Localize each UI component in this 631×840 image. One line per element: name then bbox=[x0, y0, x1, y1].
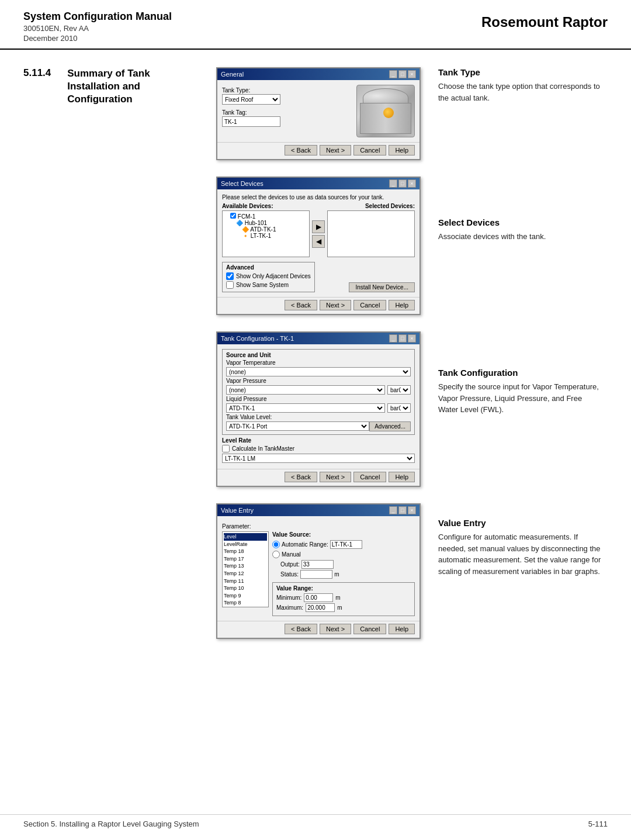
titlebar-controls-4: _ □ × bbox=[389, 506, 416, 514]
advanced-section: Advanced Show Only Adjacent Devices Show… bbox=[222, 262, 315, 292]
select-devices-footer: < Back Next > Cancel Help bbox=[217, 297, 419, 314]
parameter-list[interactable]: Level LevelRate Temp 18 Temp 17 Temp 13 … bbox=[222, 531, 269, 607]
tank-type-select[interactable]: Fixed Roof bbox=[222, 94, 280, 105]
advanced-config-btn[interactable]: Advanced... bbox=[369, 421, 411, 431]
value-range-title: Value Range: bbox=[276, 585, 411, 592]
minimize-btn-4[interactable]: _ bbox=[389, 506, 397, 514]
install-new-btn[interactable]: Install New Device... bbox=[349, 282, 415, 292]
value-cancel-btn[interactable]: Cancel bbox=[353, 624, 386, 634]
vapor-pressure-select[interactable]: (none) bbox=[226, 385, 385, 395]
tree-item-atd[interactable]: 🔶 ATD-TK-1 bbox=[224, 226, 307, 233]
param-temp10[interactable]: Temp 10 bbox=[224, 585, 267, 592]
value-entry-desc-text: Configure for automatic measurements. If… bbox=[438, 531, 602, 577]
status-input[interactable] bbox=[300, 570, 332, 579]
maximum-row: Maximum: m bbox=[276, 603, 411, 612]
config-help-btn[interactable]: Help bbox=[389, 472, 415, 482]
maximum-input[interactable] bbox=[306, 603, 335, 612]
level-rate-select[interactable]: LT-TK-1 LM bbox=[222, 454, 415, 463]
liquid-pressure-label: Liquid Pressure bbox=[226, 396, 411, 402]
move-right-btn[interactable]: ▶ bbox=[312, 220, 325, 233]
tank-tag-input[interactable] bbox=[222, 116, 280, 127]
general-next-btn[interactable]: Next > bbox=[320, 145, 351, 155]
range-input[interactable] bbox=[330, 540, 362, 549]
range-label: Range: bbox=[309, 541, 328, 548]
devices-next-btn[interactable]: Next > bbox=[320, 300, 351, 310]
tank-config-footer: < Back Next > Cancel Help bbox=[217, 469, 419, 486]
calculate-checkbox[interactable] bbox=[222, 445, 230, 452]
devices-cancel-btn[interactable]: Cancel bbox=[353, 300, 386, 310]
show-same-checkbox[interactable] bbox=[226, 281, 234, 289]
minimize-btn-2[interactable]: _ bbox=[389, 179, 397, 188]
vapor-pressure-unit-select[interactable]: bar0 bbox=[387, 385, 411, 395]
show-adjacent-row: Show Only Adjacent Devices bbox=[226, 272, 311, 280]
value-next-btn[interactable]: Next > bbox=[320, 624, 351, 634]
tank-config-titlebar: Tank Configuration - TK-1 _ □ × bbox=[217, 333, 419, 344]
parameter-label: Parameter: bbox=[222, 523, 415, 530]
maximize-btn-4[interactable]: □ bbox=[398, 506, 407, 514]
value-source-col: Value Source: Automatic Range: Manual bbox=[272, 531, 415, 616]
param-temp18[interactable]: Temp 18 bbox=[224, 548, 267, 555]
minimum-input[interactable] bbox=[304, 593, 333, 602]
param-level[interactable]: Level bbox=[224, 533, 267, 541]
value-back-btn[interactable]: < Back bbox=[285, 624, 317, 634]
config-next-btn[interactable]: Next > bbox=[320, 472, 351, 482]
select-devices-desc-text: Associate devices with the tank. bbox=[438, 231, 602, 243]
minimize-btn[interactable]: _ bbox=[389, 70, 397, 78]
close-btn-4[interactable]: × bbox=[408, 506, 416, 514]
tree-item-fcm[interactable]: FCM-1 bbox=[224, 213, 307, 220]
general-body: Tank Type: Fixed Roof Tank Tag: bbox=[217, 80, 419, 142]
general-back-btn[interactable]: < Back bbox=[285, 145, 317, 155]
maximum-label: Maximum: bbox=[276, 604, 303, 611]
minimize-btn-3[interactable]: _ bbox=[389, 334, 397, 343]
tree-item-hub[interactable]: 🔷 Hub-101 bbox=[224, 220, 307, 226]
select-devices-body: Please select the devices to use as data… bbox=[217, 189, 419, 297]
param-temp13[interactable]: Temp 13 bbox=[224, 562, 267, 570]
param-levelrate[interactable]: LevelRate bbox=[224, 541, 267, 548]
tank-tag-label: Tank Tag: bbox=[222, 109, 352, 116]
show-adjacent-checkbox[interactable] bbox=[226, 272, 234, 280]
value-entry-desc-title: Value Entry bbox=[438, 518, 602, 528]
tank-value-level-select[interactable]: ATD-TK-1 Port bbox=[226, 421, 369, 431]
liquid-pressure-select[interactable]: ATD-TK-1 bbox=[226, 403, 385, 413]
maximize-btn-3[interactable]: □ bbox=[398, 334, 407, 343]
config-back-btn[interactable]: < Back bbox=[285, 472, 317, 482]
general-titlebar: General _ □ × bbox=[217, 68, 419, 80]
tree-item-lt[interactable]: 🔸 LT-TK-1 bbox=[224, 233, 307, 239]
param-temp12[interactable]: Temp 12 bbox=[224, 570, 267, 578]
titlebar-controls: _ □ × bbox=[389, 70, 416, 78]
automatic-radio[interactable] bbox=[272, 541, 280, 548]
value-help-btn[interactable]: Help bbox=[389, 624, 415, 634]
fcm-checkbox[interactable] bbox=[230, 213, 236, 219]
param-temp17[interactable]: Temp 17 bbox=[224, 555, 267, 563]
select-devices-dialog: Select Devices _ □ × Please select the d… bbox=[216, 177, 421, 315]
output-input[interactable] bbox=[301, 560, 334, 569]
value-source-panel: Value Source: Automatic Range: Manual bbox=[272, 531, 415, 579]
param-temp11[interactable]: Temp 11 bbox=[224, 578, 267, 585]
param-temp7[interactable]: Temp 7 bbox=[224, 607, 267, 607]
general-dialog: General _ □ × Tank Type: Fixed Roof bbox=[216, 67, 421, 160]
manual-radio[interactable] bbox=[272, 551, 280, 558]
liquid-pressure-unit-select[interactable]: bar0 bbox=[387, 403, 411, 413]
tank-value-level-row: ATD-TK-1 Port bbox=[226, 421, 369, 431]
general-help-btn[interactable]: Help bbox=[389, 145, 415, 155]
vapor-temp-select[interactable]: (none) bbox=[226, 367, 411, 376]
selected-label: Selected Devices: bbox=[365, 203, 415, 209]
general-cancel-btn[interactable]: Cancel bbox=[353, 145, 386, 155]
config-cancel-btn[interactable]: Cancel bbox=[353, 472, 386, 482]
close-btn[interactable]: × bbox=[408, 70, 416, 78]
param-temp9[interactable]: Temp 9 bbox=[224, 592, 267, 600]
minimum-unit: m bbox=[335, 594, 340, 601]
close-btn-3[interactable]: × bbox=[408, 334, 416, 343]
devices-help-btn[interactable]: Help bbox=[389, 300, 415, 310]
value-entry-body: Parameter: Level LevelRate Temp 18 Temp … bbox=[217, 516, 419, 621]
devices-back-btn[interactable]: < Back bbox=[285, 300, 317, 310]
param-temp8[interactable]: Temp 8 bbox=[224, 599, 267, 607]
show-adjacent-label: Show Only Adjacent Devices bbox=[236, 273, 311, 279]
close-btn-2[interactable]: × bbox=[408, 179, 416, 188]
move-left-btn[interactable]: ◀ bbox=[312, 235, 325, 248]
maximize-btn[interactable]: □ bbox=[398, 70, 407, 78]
titlebar-controls-3: _ □ × bbox=[389, 334, 416, 343]
vapor-temp-row: (none) bbox=[226, 367, 411, 376]
status-label: Status: bbox=[280, 571, 299, 578]
maximize-btn-2[interactable]: □ bbox=[398, 179, 407, 188]
